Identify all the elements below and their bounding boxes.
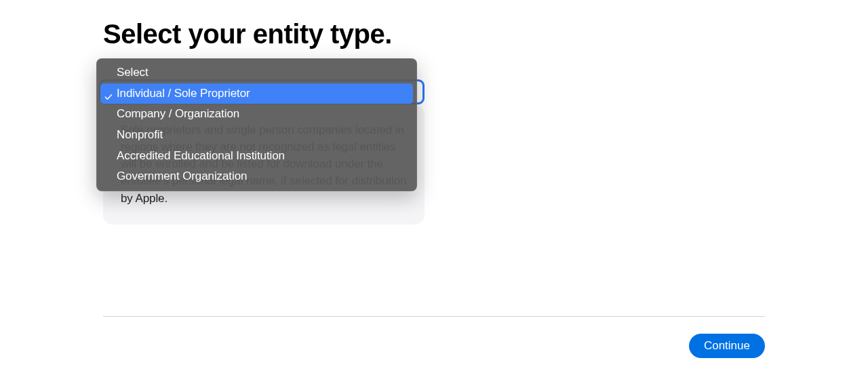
dropdown-option-government[interactable]: Government Organization (100, 166, 413, 187)
dropdown-option-label: Company / Organization (117, 107, 239, 120)
page-title: Select your entity type. (103, 19, 765, 50)
check-icon (104, 90, 113, 98)
dropdown-option-label: Government Organization (117, 170, 247, 182)
dropdown-option-label: Nonprofit (117, 128, 163, 141)
dropdown-option-individual[interactable]: Individual / Sole Proprietor (100, 83, 413, 104)
dropdown-option-educational[interactable]: Accredited Educational Institution (100, 146, 413, 167)
dropdown-option-company[interactable]: Company / Organization (100, 104, 413, 125)
continue-button[interactable]: Continue (689, 334, 765, 358)
footer-divider (103, 316, 765, 317)
dropdown-option-select[interactable]: Select (100, 62, 413, 83)
dropdown-option-label: Select (117, 66, 149, 79)
entity-type-dropdown[interactable]: Select Individual / Sole Proprietor Comp… (96, 58, 417, 191)
dropdown-option-label: Individual / Sole Proprietor (117, 87, 250, 100)
dropdown-option-nonprofit[interactable]: Nonprofit (100, 125, 413, 146)
dropdown-option-label: Accredited Educational Institution (117, 149, 285, 162)
